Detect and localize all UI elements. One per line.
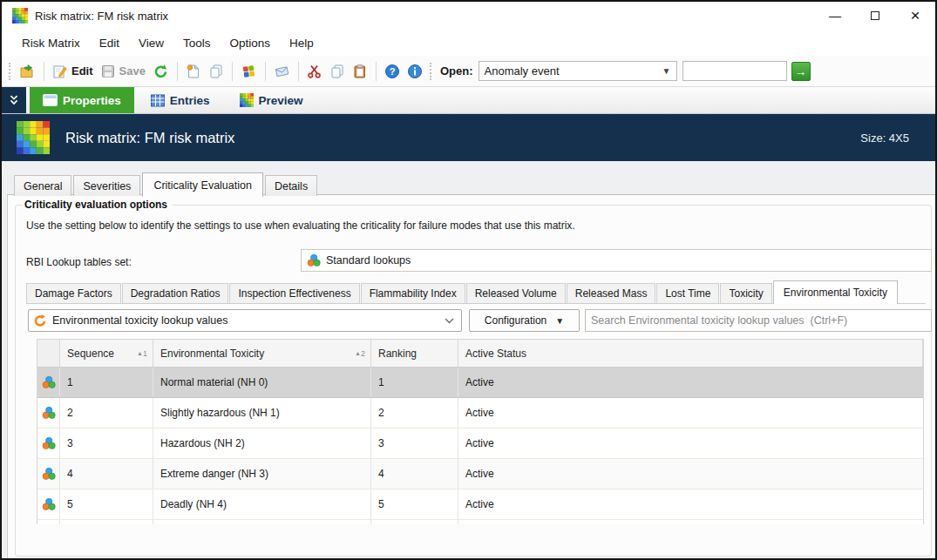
cell-toxicity: Slightly hazardous (NH 1): [153, 398, 371, 428]
open-folder-icon: [19, 64, 36, 79]
table-row[interactable]: 2 Slightly hazardous (NH 1) 2 Active: [37, 398, 923, 428]
close-icon: ×: [910, 6, 920, 25]
rbi-lookup-field[interactable]: Standard lookups: [301, 249, 932, 272]
tab-released-volume[interactable]: Released Volume: [466, 283, 566, 303]
envelope-icon: [274, 64, 290, 79]
header-active-status[interactable]: Active Status: [458, 340, 923, 367]
menu-edit[interactable]: Edit: [90, 33, 129, 53]
open-combo-value: Anomaly event: [485, 64, 560, 78]
table-row[interactable]: 5 Deadly (NH 4) 5 Active: [37, 489, 923, 520]
chevron-down-icon: ▼: [555, 316, 564, 326]
window-icon: [43, 94, 58, 106]
content-area: General Severities Criticality Evaluatio…: [2, 161, 935, 558]
menu-options[interactable]: Options: [221, 33, 281, 53]
banner-size-label: Size: 4X5: [860, 132, 909, 145]
header-sequence[interactable]: Sequence ▲1: [60, 340, 153, 367]
table-row[interactable]: 3 Hazardous (NH 2) 3 Active: [37, 428, 923, 459]
tab-criticality-evaluation[interactable]: Criticality Evaluation: [142, 172, 263, 197]
minimize-button[interactable]: —: [815, 2, 855, 30]
cell-toxicity: Deadly (NH 4): [153, 489, 371, 519]
banner-title: Risk matrix: FM risk matrix: [65, 130, 234, 146]
tab-toxicity[interactable]: Toxicity: [720, 283, 771, 303]
lookup-search-input[interactable]: [585, 309, 932, 332]
refresh-icon: [153, 64, 169, 79]
menu-help[interactable]: Help: [280, 33, 323, 53]
toolbar-separator: [298, 62, 299, 81]
menu-tools[interactable]: Tools: [173, 33, 221, 53]
scissors-icon: [307, 64, 323, 79]
copy-button[interactable]: [326, 61, 349, 82]
row-lookup-icon: [37, 428, 60, 458]
cell-sequence: 1: [60, 368, 153, 397]
chevron-down-icon: [445, 318, 454, 324]
help-button[interactable]: ?: [381, 61, 404, 82]
cell-status: Active: [458, 459, 923, 489]
tab-environmental-toxicity[interactable]: Environmental Toxicity: [773, 280, 898, 304]
tab-flammability-index[interactable]: Flammability Index: [361, 283, 465, 303]
tab-inspection-effectiveness[interactable]: Inspection Effectiveness: [229, 283, 359, 303]
lookup-values-combobox[interactable]: Environmental toxicity lookup values: [28, 309, 462, 332]
double-chevron-down-icon: [7, 93, 21, 107]
new-document-icon: [186, 64, 201, 79]
send-button[interactable]: [270, 61, 294, 82]
duplicate-icon: [208, 64, 224, 79]
collapse-panel-button[interactable]: [2, 87, 26, 113]
tab-released-mass[interactable]: Released Mass: [567, 283, 656, 303]
minimize-icon: —: [829, 9, 841, 23]
save-icon: [100, 64, 116, 79]
record-banner: Risk matrix: FM risk matrix Size: 4X5: [2, 114, 935, 161]
tab-properties[interactable]: Properties: [30, 87, 134, 113]
toolbar-separator: [44, 62, 44, 81]
options-description: Use the setting below to identify the se…: [26, 219, 575, 232]
table-row[interactable]: 4 Extreme danger (NH 3) 4 Active: [37, 459, 923, 489]
cell-ranking: 3: [371, 428, 458, 458]
refresh-button[interactable]: [149, 61, 173, 82]
tab-lost-time[interactable]: Lost Time: [656, 283, 719, 303]
maximize-button[interactable]: [855, 2, 895, 30]
cut-button[interactable]: [303, 61, 326, 82]
cell-sequence: 3: [60, 428, 153, 458]
info-button[interactable]: [404, 61, 426, 82]
edit-button-label: Edit: [71, 64, 93, 78]
menu-view[interactable]: View: [129, 33, 173, 53]
tab-degradation-ratios[interactable]: Degradation Ratios: [122, 283, 229, 303]
row-lookup-icon: [37, 368, 60, 397]
sort-ascending-icon: ▲2: [355, 349, 370, 358]
header-environmental-toxicity[interactable]: Environmental Toxicity ▲2: [153, 340, 371, 367]
row-lookup-icon: [37, 459, 60, 489]
clipboard-icon: [352, 64, 368, 79]
table-row[interactable]: 1 Normal material (NH 0) 1 Active: [37, 368, 923, 398]
header-icon-column[interactable]: [37, 340, 60, 367]
duplicate-button[interactable]: [205, 61, 227, 82]
configuration-button[interactable]: Configuration ▼: [469, 309, 580, 332]
open-item-button[interactable]: [16, 61, 39, 82]
cell-ranking: 4: [371, 459, 458, 489]
tab-damage-factors[interactable]: Damage Factors: [26, 283, 121, 303]
edit-button[interactable]: Edit: [49, 61, 97, 82]
open-entity-combobox[interactable]: Anomaly event ▼: [479, 61, 677, 81]
tab-preview[interactable]: Preview: [227, 87, 316, 113]
tab-entries[interactable]: Entries: [138, 87, 223, 113]
lookup-combo-value: Environmental toxicity lookup values: [52, 314, 228, 327]
save-button[interactable]: Save: [97, 61, 149, 82]
toolbar-grip[interactable]: [430, 63, 433, 80]
tab-severities[interactable]: Severities: [73, 175, 140, 196]
toolbar-separator: [177, 62, 178, 81]
header-ranking[interactable]: Ranking: [371, 340, 458, 367]
tab-general[interactable]: General: [14, 175, 71, 196]
close-button[interactable]: ×: [895, 2, 935, 30]
table-grid-icon: [151, 94, 165, 107]
windows-button[interactable]: [237, 61, 261, 82]
menu-risk-matrix[interactable]: Risk Matrix: [12, 33, 90, 53]
open-combo-label: Open:: [440, 64, 473, 78]
rbi-lookup-label: RBI Lookup tables set:: [26, 256, 132, 268]
rbi-lookup-value: Standard lookups: [326, 254, 411, 267]
toolbar-grip[interactable]: [9, 63, 12, 80]
tab-details[interactable]: Details: [265, 175, 317, 196]
cell-toxicity: Extreme danger (NH 3): [153, 459, 371, 489]
paste-button[interactable]: [349, 61, 371, 82]
app-window: Risk matrix: FM risk matrix — × Risk Mat…: [0, 0, 937, 560]
quick-open-input[interactable]: [682, 61, 787, 81]
go-button[interactable]: →: [791, 62, 811, 81]
new-document-button[interactable]: [182, 61, 205, 82]
